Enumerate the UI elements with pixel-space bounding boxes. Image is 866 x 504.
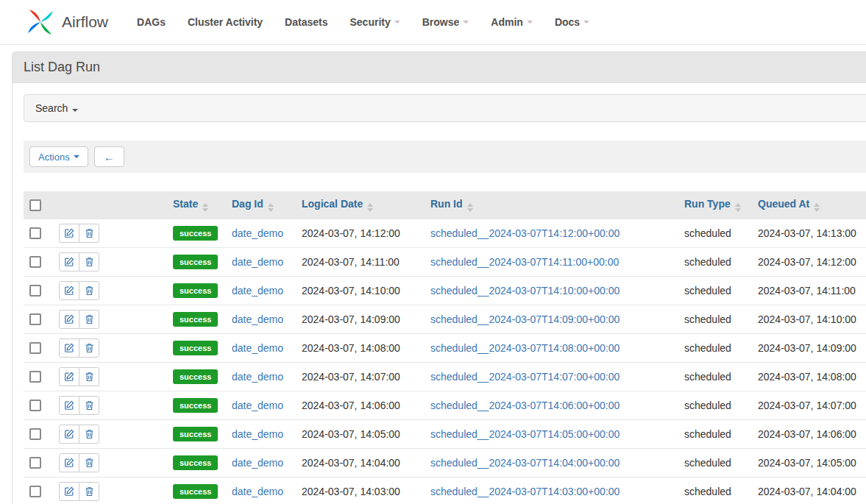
trash-icon	[85, 429, 94, 439]
dag-id-link[interactable]: date_demo	[232, 256, 283, 268]
dag-id-link[interactable]: date_demo	[232, 371, 283, 383]
table-row: success date_demo 2024-03-07, 14:11:00 s…	[24, 248, 866, 277]
run-id-link[interactable]: scheduled__2024-03-07T14:08:00+00:00	[430, 342, 620, 354]
table-row: success date_demo 2024-03-07, 14:07:00 s…	[24, 363, 866, 391]
dag-id-link[interactable]: date_demo	[232, 486, 283, 497]
trash-icon	[85, 458, 94, 468]
edit-button[interactable]	[59, 224, 79, 243]
run-id-link[interactable]: scheduled__2024-03-07T14:12:00+00:00	[430, 227, 620, 239]
sort-icon	[814, 203, 820, 212]
run-type-cell: scheduled	[678, 277, 752, 305]
column-header-logical-date[interactable]: Logical Date	[296, 191, 425, 219]
run-id-link[interactable]: scheduled__2024-03-07T14:07:00+00:00	[430, 371, 620, 383]
trash-icon	[85, 314, 94, 324]
sort-icon	[467, 203, 473, 212]
row-checkbox[interactable]	[29, 313, 41, 325]
row-checkbox[interactable]	[29, 428, 41, 440]
row-checkbox[interactable]	[29, 227, 41, 239]
run-id-link[interactable]: scheduled__2024-03-07T14:03:00+00:00	[430, 486, 620, 497]
row-checkbox[interactable]	[29, 457, 41, 469]
top-navbar: Airflow DAGs Cluster Activity Datasets S…	[0, 0, 866, 45]
edit-button[interactable]	[59, 281, 79, 300]
nav-item-browse[interactable]: Browse	[411, 0, 480, 44]
actions-column-header	[53, 191, 167, 219]
trash-icon	[85, 257, 94, 267]
run-type-cell: scheduled	[678, 449, 752, 478]
edit-button[interactable]	[59, 310, 79, 329]
trash-icon	[85, 228, 94, 238]
edit-button[interactable]	[59, 425, 79, 444]
logical-date-cell: 2024-03-07, 14:05:00	[296, 420, 425, 449]
run-id-link[interactable]: scheduled__2024-03-07T14:06:00+00:00	[430, 400, 620, 411]
delete-button[interactable]	[79, 396, 99, 415]
nav-item-docs[interactable]: Docs	[544, 0, 600, 44]
nav-item-security[interactable]: Security	[338, 0, 411, 44]
run-id-link[interactable]: scheduled__2024-03-07T14:05:00+00:00	[430, 428, 620, 440]
dag-id-link[interactable]: date_demo	[232, 428, 283, 440]
run-id-link[interactable]: scheduled__2024-03-07T14:04:00+00:00	[430, 457, 620, 469]
delete-button[interactable]	[79, 252, 99, 271]
edit-button[interactable]	[59, 482, 79, 501]
logical-date-cell: 2024-03-07, 14:04:00	[296, 449, 425, 478]
edit-button[interactable]	[59, 453, 79, 472]
delete-button[interactable]	[79, 310, 99, 329]
logical-date-cell: 2024-03-07, 14:12:00	[296, 219, 425, 248]
edit-icon	[64, 285, 74, 296]
edit-button[interactable]	[59, 252, 79, 271]
list-dag-run-panel: List Dag Run Search Actions ←	[12, 52, 866, 504]
run-id-link[interactable]: scheduled__2024-03-07T14:11:00+00:00	[430, 256, 619, 268]
column-header-run-type[interactable]: Run Type	[678, 191, 752, 219]
delete-button[interactable]	[79, 482, 99, 501]
run-id-link[interactable]: scheduled__2024-03-07T14:09:00+00:00	[430, 313, 620, 325]
logical-date-cell: 2024-03-07, 14:10:00	[296, 277, 425, 305]
queued-at-cell: 2024-03-07, 14:08:00	[752, 363, 866, 391]
queued-at-cell: 2024-03-07, 14:06:00	[752, 420, 866, 449]
queued-at-cell: 2024-03-07, 14:12:00	[752, 248, 866, 277]
edit-button[interactable]	[59, 396, 79, 415]
status-badge: success	[173, 369, 218, 384]
row-checkbox[interactable]	[29, 285, 41, 297]
row-checkbox[interactable]	[29, 400, 41, 411]
run-id-link[interactable]: scheduled__2024-03-07T14:10:00+00:00	[430, 285, 620, 297]
delete-button[interactable]	[79, 453, 99, 472]
trash-icon	[85, 486, 94, 497]
row-checkbox[interactable]	[29, 486, 41, 497]
actions-dropdown-button[interactable]: Actions	[29, 146, 88, 167]
delete-button[interactable]	[79, 224, 99, 243]
column-header-dag-id[interactable]: Dag Id	[226, 191, 296, 219]
run-type-cell: scheduled	[678, 391, 752, 420]
column-header-run-id[interactable]: Run Id	[425, 191, 678, 219]
nav-item-cluster-activity[interactable]: Cluster Activity	[177, 0, 274, 44]
delete-button[interactable]	[79, 367, 99, 386]
trash-icon	[85, 285, 94, 296]
delete-button[interactable]	[79, 281, 99, 300]
dag-id-link[interactable]: date_demo	[232, 400, 283, 411]
row-checkbox[interactable]	[29, 371, 41, 383]
search-accordion-toggle[interactable]: Search	[24, 94, 866, 122]
back-button[interactable]: ←	[94, 146, 124, 167]
delete-button[interactable]	[79, 338, 99, 358]
select-all-checkbox[interactable]	[29, 199, 41, 211]
nav-item-datasets[interactable]: Datasets	[274, 0, 338, 44]
edit-button[interactable]	[59, 367, 79, 386]
delete-button[interactable]	[79, 425, 99, 444]
edit-button[interactable]	[59, 338, 79, 358]
run-type-cell: scheduled	[678, 420, 752, 449]
row-checkbox[interactable]	[29, 342, 41, 354]
table-body: success date_demo 2024-03-07, 14:12:00 s…	[24, 219, 866, 504]
dag-id-link[interactable]: date_demo	[232, 313, 283, 325]
nav-item-dags[interactable]: DAGs	[126, 0, 177, 44]
status-badge: success	[173, 341, 218, 355]
nav-item-admin[interactable]: Admin	[480, 0, 544, 44]
dag-id-link[interactable]: date_demo	[232, 285, 283, 297]
dag-id-link[interactable]: date_demo	[232, 342, 283, 354]
column-header-state[interactable]: State	[167, 191, 226, 219]
column-header-queued-at[interactable]: Queued At	[752, 191, 866, 219]
search-label: Search	[35, 102, 68, 114]
dag-id-link[interactable]: date_demo	[232, 227, 283, 239]
run-type-cell: scheduled	[678, 248, 752, 277]
chevron-down-icon	[527, 21, 533, 24]
airflow-brand-link[interactable]: Airflow	[26, 7, 108, 37]
dag-id-link[interactable]: date_demo	[232, 457, 283, 469]
row-checkbox[interactable]	[29, 256, 41, 268]
